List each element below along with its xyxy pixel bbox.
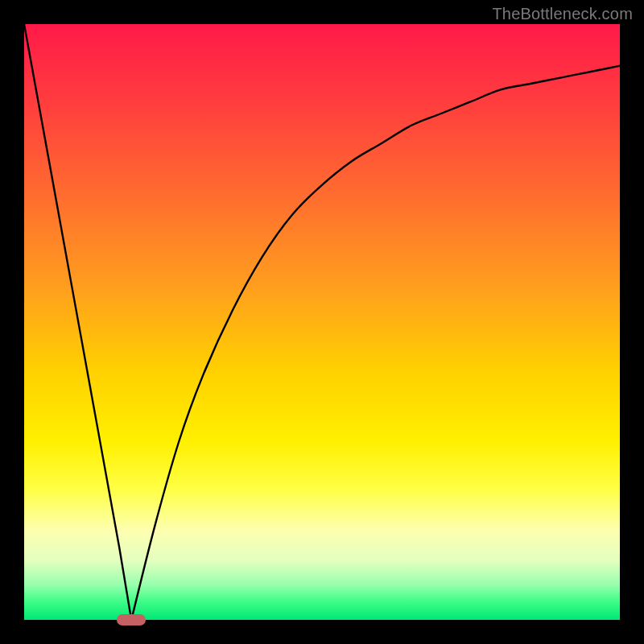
plot-area — [24, 24, 620, 620]
bottleneck-curve — [24, 24, 620, 620]
watermark-text: TheBottleneck.com — [492, 5, 633, 23]
optimal-point-marker — [117, 614, 146, 625]
curve-right-branch — [131, 66, 620, 620]
chart-frame: TheBottleneck.com — [0, 0, 644, 644]
curve-left-branch — [24, 24, 131, 620]
